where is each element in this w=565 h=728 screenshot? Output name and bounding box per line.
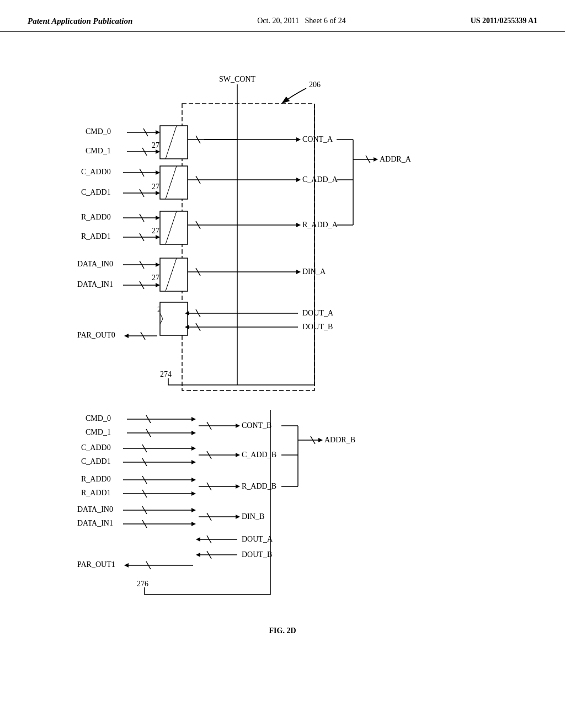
cadd0-label-bot: C_ADD0 — [81, 443, 111, 452]
publication-number: US 2011/0255339 A1 — [471, 17, 537, 25]
svg-marker-80 — [236, 424, 240, 428]
block-206-label: 206 — [309, 81, 321, 89]
svg-marker-71 — [124, 334, 129, 338]
radd0-label-bot: R_ADD0 — [81, 475, 111, 483]
svg-marker-15 — [296, 137, 301, 142]
svg-marker-50 — [156, 263, 160, 267]
svg-marker-39 — [156, 235, 160, 239]
block-276-label: 276 — [137, 580, 148, 588]
svg-rect-1 — [182, 104, 315, 390]
din-b-label: DIN_B — [242, 512, 264, 521]
svg-marker-45 — [296, 223, 301, 227]
sw-cont-label: SW_CONT — [219, 75, 256, 83]
svg-marker-21 — [156, 191, 160, 195]
dout-a-label-top: DOUT_A — [302, 309, 334, 317]
figure-label: FIG. 2D — [269, 627, 296, 635]
svg-marker-33 — [374, 157, 378, 162]
cmd1-label-bot: CMD_1 — [86, 428, 111, 436]
svg-marker-27 — [296, 178, 301, 182]
svg-marker-121 — [196, 553, 200, 557]
svg-marker-118 — [196, 537, 200, 542]
svg-marker-77 — [191, 431, 196, 435]
datain1-label: DATA_IN1 — [77, 280, 113, 288]
cadd-b-label: C_ADD_B — [242, 451, 276, 459]
dout-b-label-top: DOUT_B — [302, 323, 333, 331]
svg-marker-124 — [124, 563, 129, 568]
svg-marker-18 — [156, 170, 160, 175]
svg-marker-59 — [296, 270, 301, 274]
svg-marker-53 — [156, 283, 160, 287]
radd-a-label: R_ADD_A — [302, 221, 338, 229]
cadd1-label-bot: C_ADD1 — [81, 457, 111, 465]
svg-marker-98 — [191, 478, 196, 482]
svg-rect-40 — [160, 211, 188, 244]
datain1-label-bot: DATA_IN1 — [77, 519, 113, 527]
datain0-label: DATA_IN0 — [77, 260, 113, 268]
cadd0-label: C_ADD0 — [81, 168, 111, 176]
svg-rect-9 — [160, 126, 188, 159]
cont-b-label: CONT_B — [242, 421, 271, 430]
addr-b-label: ADDR_B — [324, 436, 355, 444]
svg-marker-95 — [318, 438, 323, 442]
svg-rect-60 — [160, 302, 188, 335]
cmd1-label-top: CMD_1 — [86, 147, 111, 155]
svg-marker-83 — [191, 446, 196, 451]
parout0-label: PAR_OUT0 — [77, 331, 115, 339]
dout-b-label-bot: DOUT_B — [242, 550, 272, 559]
addr-a-label: ADDR_A — [380, 155, 412, 163]
radd1-label-bot: R_ADD1 — [81, 489, 111, 497]
page-header: Patent Application Publication Oct. 20, … — [0, 0, 565, 32]
diagram-area: SW_CONT 206 CMD_0 278 CMD_1 — [0, 32, 565, 666]
svg-marker-109 — [191, 508, 196, 512]
block-274-label: 274 — [160, 370, 172, 378]
svg-marker-36 — [156, 216, 160, 220]
cont-a-label: CONT_A — [302, 135, 333, 143]
cadd1-label: C_ADD1 — [81, 188, 111, 196]
svg-marker-112 — [191, 522, 196, 526]
svg-marker-115 — [236, 515, 240, 519]
svg-marker-5 — [156, 130, 160, 135]
svg-marker-86 — [191, 460, 196, 464]
cmd0-label-bot: CMD_0 — [86, 414, 111, 422]
datain0-label-bot: DATA_IN0 — [77, 505, 113, 513]
svg-marker-89 — [236, 453, 240, 457]
radd0-label: R_ADD0 — [81, 213, 111, 221]
svg-marker-101 — [191, 491, 196, 496]
dout-a-label-bot: DOUT_A — [242, 535, 273, 543]
publication-title: Patent Application Publication — [28, 17, 132, 26]
svg-rect-54 — [160, 258, 188, 291]
radd1-label: R_ADD1 — [81, 232, 111, 240]
svg-marker-74 — [191, 417, 196, 421]
parout1-label: PAR_OUT1 — [77, 560, 115, 569]
cadd-a-label: C_ADD_A — [302, 175, 338, 184]
svg-rect-22 — [160, 166, 188, 199]
svg-marker-8 — [156, 149, 160, 154]
svg-marker-104 — [236, 484, 240, 489]
publication-date: Oct. 20, 2011 Sheet 6 of 24 — [257, 17, 345, 25]
cmd0-label-top: CMD_0 — [86, 127, 111, 136]
radd-b-label: R_ADD_B — [242, 482, 276, 490]
